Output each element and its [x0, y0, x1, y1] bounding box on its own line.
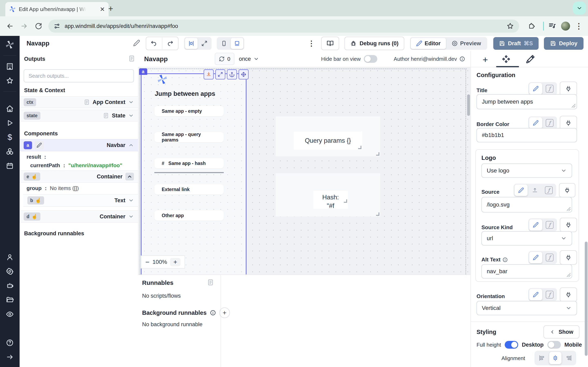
- output-row-state[interactable]: state State: [20, 110, 138, 122]
- static-pencil-icon[interactable]: [529, 117, 542, 129]
- tab-close-icon[interactable]: ✕: [100, 6, 105, 13]
- info-icon[interactable]: [502, 257, 508, 262]
- desktop-mobile-toggle[interactable]: [547, 341, 561, 349]
- connect-plug-icon[interactable]: [559, 183, 575, 197]
- workers-robot-icon[interactable]: [0, 278, 20, 293]
- static-pencil-icon[interactable]: [529, 83, 542, 94]
- chevron-down-icon[interactable]: [128, 214, 134, 219]
- fx-expression-icon[interactable]: ƒ: [543, 289, 556, 300]
- zoom-in-button[interactable]: +: [170, 258, 181, 266]
- workspace-icon[interactable]: [0, 59, 20, 74]
- hash-text-component[interactable]: Hash: "#f: [313, 191, 348, 209]
- component-a-tag[interactable]: a: [139, 68, 147, 75]
- chevron-down-icon[interactable]: [128, 198, 134, 203]
- more-options-kebab-icon[interactable]: ⋮: [308, 39, 315, 48]
- static-pencil-icon[interactable]: [515, 184, 527, 196]
- fullscreen-icon[interactable]: [198, 38, 211, 49]
- add-background-runnable-button[interactable]: +: [219, 308, 230, 318]
- schedules-calendar-icon[interactable]: [0, 159, 20, 173]
- title-input[interactable]: Jump between apps: [476, 94, 577, 109]
- hand-pointer-icon[interactable]: ☝: [31, 174, 37, 179]
- refresh-mode-dropdown[interactable]: once: [239, 56, 259, 62]
- align-center-icon[interactable]: [549, 352, 562, 364]
- connect-plug-icon[interactable]: [560, 82, 577, 96]
- anchor-handle-icon[interactable]: [227, 69, 237, 80]
- extensions-icon[interactable]: [525, 22, 539, 30]
- redo-icon[interactable]: [162, 40, 178, 47]
- reload-icon[interactable]: [31, 22, 45, 30]
- logs-doc-icon[interactable]: [128, 55, 135, 63]
- move-handle-icon[interactable]: [238, 69, 249, 80]
- rename-pencil-icon[interactable]: [133, 40, 140, 47]
- desktop-view-icon[interactable]: [231, 38, 243, 49]
- chevron-up-icon[interactable]: [128, 142, 134, 148]
- chevron-down-icon[interactable]: [128, 113, 134, 118]
- fx-expression-icon[interactable]: ƒ: [543, 252, 556, 263]
- component-row-text-b[interactable]: b ☝ Text: [23, 194, 138, 207]
- refresh-count-button[interactable]: 0: [215, 53, 234, 65]
- settings-gear-icon[interactable]: [0, 264, 20, 278]
- nav-item-same-app-hash[interactable]: # Same app - hash: [154, 158, 224, 168]
- media-controls-icon[interactable]: [548, 22, 556, 30]
- undo-icon[interactable]: [146, 40, 162, 47]
- new-tab-button[interactable]: +: [108, 4, 113, 13]
- home-icon[interactable]: [0, 101, 20, 116]
- static-pencil-icon[interactable]: [529, 219, 542, 231]
- orientation-select[interactable]: Vertical: [476, 301, 577, 315]
- component-row-container-e[interactable]: e ☝ Container: [20, 170, 138, 183]
- resources-icon[interactable]: [0, 144, 20, 159]
- bookmark-star-icon[interactable]: [507, 22, 514, 30]
- alt-text-input[interactable]: nav_bar: [481, 264, 572, 278]
- hand-pointer-icon[interactable]: ☝: [35, 198, 41, 203]
- docs-book-button[interactable]: [321, 37, 339, 50]
- collapse-button[interactable]: [125, 173, 134, 180]
- output-row-ctx[interactable]: ctx App Context: [20, 96, 138, 108]
- styling-tab-brush-icon[interactable]: [526, 55, 535, 65]
- nav-item-same-app-query-params[interactable]: Same app - query params: [154, 132, 224, 142]
- runs-icon[interactable]: [0, 116, 20, 130]
- nav-item-same-app-empty[interactable]: Same app - empty: [154, 106, 224, 116]
- app-canvas[interactable]: a Jump between apps Same app - empty Sam…: [138, 67, 470, 275]
- show-styling-button[interactable]: Show: [544, 325, 579, 338]
- url-field[interactable]: app.windmill.dev/apps/edit/u/henri/navap…: [48, 20, 519, 33]
- insert-component-tab-plus-icon[interactable]: +: [483, 55, 488, 65]
- audit-eye-icon[interactable]: [0, 307, 20, 321]
- variables-icon[interactable]: $: [0, 130, 20, 144]
- help-icon[interactable]: [0, 336, 20, 350]
- group-row[interactable]: group : No items ([]): [26, 185, 79, 192]
- info-icon[interactable]: [459, 56, 465, 62]
- browser-menu-icon[interactable]: ⋮: [575, 22, 583, 31]
- avatar[interactable]: [561, 22, 570, 31]
- full-height-toggle[interactable]: [505, 341, 518, 349]
- fx-expression-icon[interactable]: ƒ: [543, 219, 556, 231]
- mobile-view-icon[interactable]: [218, 38, 230, 49]
- settings-scrollbar[interactable]: [585, 242, 588, 356]
- save-draft-button[interactable]: Draft ⌘S: [493, 37, 539, 50]
- expand-rail-arrow-icon[interactable]: [0, 350, 20, 364]
- info-icon[interactable]: [210, 310, 216, 316]
- hash-container[interactable]: Hash: "#f: [276, 173, 380, 217]
- tab-preview[interactable]: Preview: [446, 38, 486, 49]
- static-pencil-icon[interactable]: [529, 252, 542, 263]
- fx-expression-icon[interactable]: ƒ: [543, 117, 556, 129]
- static-pencil-icon[interactable]: [529, 289, 542, 300]
- source-kind-select[interactable]: url: [481, 231, 572, 245]
- doc-icon[interactable]: [84, 99, 90, 105]
- users-icon[interactable]: [0, 250, 20, 264]
- component-row-navbar[interactable]: a Navbar: [20, 139, 138, 151]
- tab-search-chevron-icon[interactable]: [573, 2, 586, 15]
- connect-plug-icon[interactable]: [560, 287, 577, 302]
- fx-expression-icon[interactable]: ƒ: [543, 83, 556, 94]
- canvas-scrollbar[interactable]: [467, 94, 470, 116]
- fx-expression-icon[interactable]: ƒ: [542, 184, 555, 196]
- deploy-button[interactable]: Deploy: [544, 37, 584, 50]
- fullscreen-handle-icon[interactable]: [215, 69, 225, 80]
- forward-icon[interactable]: [17, 22, 31, 30]
- windmill-logo-icon[interactable]: [0, 38, 20, 52]
- connect-plug-icon[interactable]: [560, 218, 577, 232]
- component-row-container-d[interactable]: d ☝ Container: [20, 210, 138, 223]
- folders-icon[interactable]: [0, 293, 20, 307]
- search-outputs-input[interactable]: [24, 69, 134, 82]
- query-params-text-component[interactable]: Query params {}: [294, 132, 362, 150]
- center-panel-icon[interactable]: [185, 38, 198, 49]
